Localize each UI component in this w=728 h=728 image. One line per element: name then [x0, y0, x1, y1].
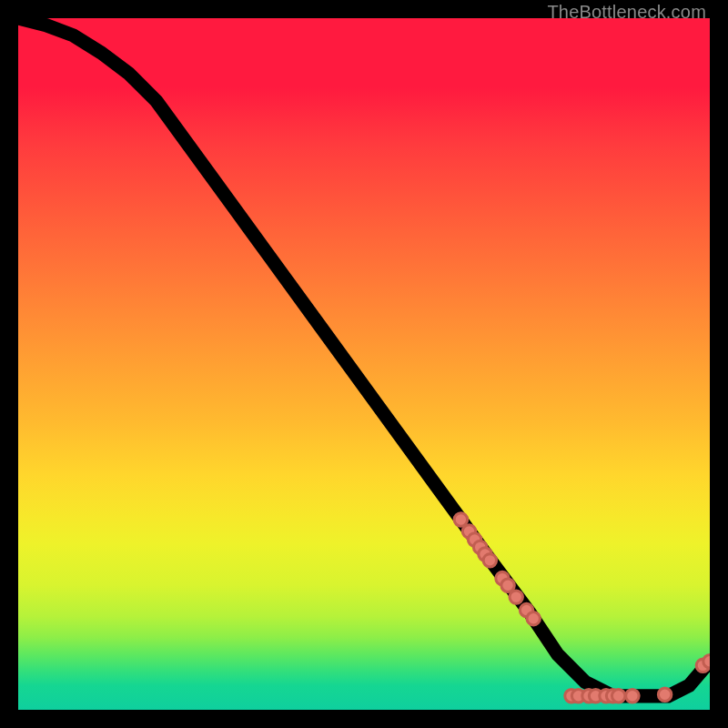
marker-dot [703, 655, 710, 668]
plot-area [18, 18, 710, 710]
marker-dot [527, 612, 540, 624]
marker-dot [626, 690, 639, 703]
marker-dot [510, 591, 522, 603]
marker-dot [658, 688, 671, 701]
marker-dot [612, 690, 624, 703]
marker-dot [454, 513, 467, 526]
chart-svg [18, 18, 710, 710]
marker-dot [483, 554, 496, 567]
curve-line [18, 18, 710, 696]
marker-dot [501, 579, 514, 592]
chart-stage: TheBottleneck.com [0, 0, 728, 728]
